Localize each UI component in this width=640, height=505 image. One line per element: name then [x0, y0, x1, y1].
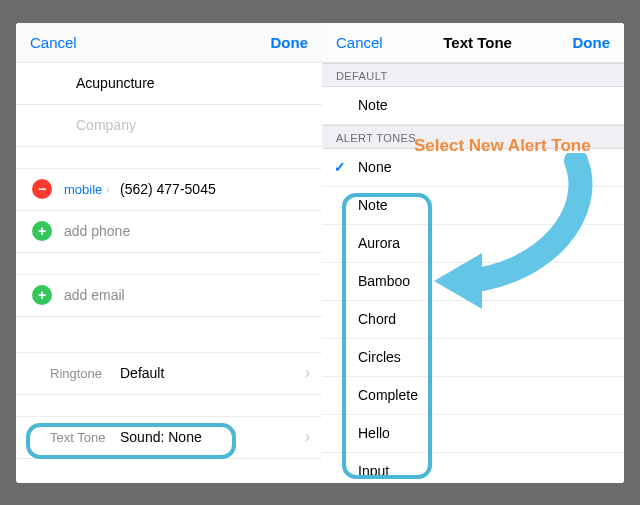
tone-label: Chord	[358, 311, 396, 327]
tone-label: Bamboo	[358, 273, 410, 289]
tone-row[interactable]: Bamboo	[322, 263, 624, 301]
ringtone-row[interactable]: Ringtone Default ›	[16, 353, 322, 395]
done-button[interactable]: Done	[572, 34, 610, 51]
tone-row[interactable]: Note	[322, 187, 624, 225]
navbar-left: Cancel Done	[16, 23, 322, 63]
default-tone-row[interactable]: Note	[322, 87, 624, 125]
tone-label: Circles	[358, 349, 401, 365]
tone-row[interactable]: Circles	[322, 339, 624, 377]
company-placeholder: Company	[76, 117, 136, 133]
edit-contact-pane: Cancel Done Acupuncture Company − mobile…	[16, 23, 322, 483]
check-icon: ✓	[334, 159, 346, 175]
ringtone-value: Default	[120, 365, 305, 381]
page-title: Text Tone	[443, 34, 512, 51]
tone-label: None	[358, 159, 391, 175]
add-email-row[interactable]: + add email	[16, 275, 322, 317]
phone-type[interactable]: mobile	[64, 182, 102, 197]
screenshot-stage: Cancel Done Acupuncture Company − mobile…	[16, 23, 624, 483]
texttone-picker-pane: Cancel Text Tone Done DEFAULT Note ALERT…	[322, 23, 624, 483]
tone-row[interactable]: Complete	[322, 377, 624, 415]
annotation-callout: Select New Alert Tone	[414, 136, 591, 156]
tone-label: Aurora	[358, 235, 400, 251]
plus-icon[interactable]: +	[32, 221, 52, 241]
add-phone-label: add phone	[64, 223, 130, 239]
contact-name-value: Acupuncture	[76, 75, 155, 91]
cancel-button[interactable]: Cancel	[336, 34, 383, 51]
ringtone-label: Ringtone	[50, 366, 108, 381]
contact-name-field[interactable]: Acupuncture	[16, 63, 322, 105]
tone-row[interactable]: Input	[322, 453, 624, 483]
tone-row[interactable]: Hello	[322, 415, 624, 453]
navbar-right: Cancel Text Tone Done	[322, 23, 624, 63]
phone-value[interactable]: (562) 477-5045	[120, 181, 310, 197]
spacer	[16, 395, 322, 417]
texttone-label: Text Tone	[50, 430, 108, 445]
chevron-right-icon: ›	[305, 428, 310, 446]
chevron-right-icon: ›	[305, 364, 310, 382]
tone-label: Input	[358, 463, 389, 479]
add-email-label: add email	[64, 287, 125, 303]
spacer	[16, 147, 322, 169]
tone-row[interactable]: Chord	[322, 301, 624, 339]
texttone-value: Sound: None	[120, 429, 305, 445]
spacer	[16, 253, 322, 275]
tone-label: Hello	[358, 425, 390, 441]
tone-label: Note	[358, 197, 388, 213]
minus-icon[interactable]: −	[32, 179, 52, 199]
section-default: DEFAULT	[322, 63, 624, 87]
company-field[interactable]: Company	[16, 105, 322, 147]
cancel-button[interactable]: Cancel	[30, 34, 77, 51]
plus-icon[interactable]: +	[32, 285, 52, 305]
spacer	[16, 317, 322, 353]
tone-label: Complete	[358, 387, 418, 403]
add-phone-row[interactable]: + add phone	[16, 211, 322, 253]
default-tone-label: Note	[358, 97, 388, 113]
done-button[interactable]: Done	[270, 34, 308, 51]
chevron-right-icon: ›	[106, 183, 110, 195]
tone-row[interactable]: Aurora	[322, 225, 624, 263]
phone-row[interactable]: − mobile › (562) 477-5045	[16, 169, 322, 211]
texttone-row[interactable]: Text Tone Sound: None ›	[16, 417, 322, 459]
